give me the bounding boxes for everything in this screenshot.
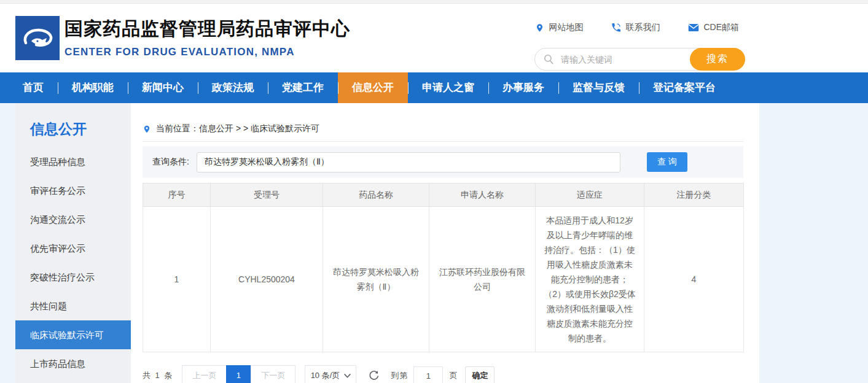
chevron-down-icon (344, 374, 351, 378)
nav-item-home[interactable]: 首页 (9, 72, 58, 103)
main-nav: 首页 机构职能 新闻中心 政策法规 党建工作 信息公开 申请人之窗 办事服务 监… (0, 72, 868, 103)
quick-links: 网站地图 联系我们 CDE邮箱 (535, 22, 739, 33)
sidebar-item-breakthrough-therapy[interactable]: 突破性治疗公示 (15, 263, 131, 292)
table-header-row: 序号 受理号 药品名称 申请人名称 适应症 注册分类 (143, 184, 744, 207)
sidebar-item-priority-review[interactable]: 优先审评公示 (15, 234, 131, 263)
col-header-drug-name: 药品名称 (323, 184, 429, 207)
col-header-registration-class: 注册分类 (644, 184, 744, 207)
site-title-cn: 国家药品监督管理局药品审评中心 (65, 17, 350, 42)
results-table: 序号 受理号 药品名称 申请人名称 适应症 注册分类 1 CYHL2500204 (143, 183, 744, 352)
nav-item-registration[interactable]: 登记备案平台 (639, 72, 730, 103)
page: 国家药品监督管理局药品审评中心 CENTER FOR DRUG EVALUATI… (0, 0, 868, 383)
col-header-indication: 适应症 (536, 184, 644, 207)
query-label: 查询条件: (152, 157, 189, 168)
sitemap-link[interactable]: 网站地图 (535, 22, 583, 33)
location-pin-icon (143, 124, 151, 134)
sidebar-item-clinical-trial-license[interactable]: 临床试验默示许可 (15, 320, 131, 349)
cell-index: 1 (143, 207, 211, 352)
query-button[interactable]: 查 询 (647, 152, 687, 172)
col-header-acceptance-no: 受理号 (211, 184, 323, 207)
sidebar-item-review-tasks[interactable]: 审评任务公示 (15, 176, 131, 205)
sidebar-title: 信息公开 (15, 103, 131, 147)
goto-label: 到第 (391, 370, 408, 381)
content-area: 信息公开 受理品种信息 审评任务公示 沟通交流公示 优先审评公示 突破性治疗公示… (0, 103, 868, 383)
refresh-icon[interactable] (368, 369, 380, 382)
envelope-icon (688, 23, 699, 32)
breadcrumb: 当前位置：信息公开 > > 临床试验默示许可 (143, 117, 743, 142)
nav-item-news[interactable]: 新闻中心 (128, 72, 198, 103)
table-row: 1 CYHL2500204 茚达特罗莫米松吸入粉雾剂（Ⅱ） 江苏联环药业股份有限… (143, 207, 744, 352)
cell-drug-name: 茚达特罗莫米松吸入粉雾剂（Ⅱ） (323, 207, 429, 352)
mailbox-link[interactable]: CDE邮箱 (688, 22, 739, 33)
sidebar-item-communication[interactable]: 沟通交流公示 (15, 205, 131, 234)
site-search: 搜索 (534, 48, 745, 71)
nav-item-applicant[interactable]: 申请人之窗 (408, 72, 488, 103)
page-number-1[interactable]: 1 (226, 365, 251, 383)
content-container: 信息公开 受理品种信息 审评任务公示 沟通交流公示 优先审评公示 突破性治疗公示… (15, 103, 759, 383)
col-header-index: 序号 (143, 184, 211, 207)
contact-label: 联系我们 (625, 22, 660, 33)
nav-item-info-disclosure[interactable]: 信息公开 (338, 72, 408, 103)
mailbox-label: CDE邮箱 (703, 22, 739, 33)
phone-icon (611, 23, 621, 33)
contact-link[interactable]: 联系我们 (611, 22, 660, 33)
query-bar: 查询条件: 查 询 (143, 146, 743, 178)
cde-logo (15, 16, 60, 60)
total-count: 共 1 条 (143, 370, 173, 381)
col-header-applicant: 申请人名称 (429, 184, 536, 207)
sidebar: 信息公开 受理品种信息 审评任务公示 沟通交流公示 优先审评公示 突破性治疗公示… (15, 103, 131, 383)
cell-applicant: 江苏联环药业股份有限公司 (429, 207, 536, 352)
site-title-en: CENTER FOR DRUG EVALUATION, NMPA (65, 46, 350, 58)
nav-item-policy[interactable]: 政策法规 (198, 72, 268, 103)
site-title: 国家药品监督管理局药品审评中心 CENTER FOR DRUG EVALUATI… (65, 17, 350, 58)
location-pin-icon (535, 23, 544, 33)
query-input[interactable] (197, 152, 620, 172)
nav-item-party[interactable]: 党建工作 (268, 72, 338, 103)
sidebar-item-common-issues[interactable]: 共性问题 (15, 292, 131, 320)
page-label: 页 (449, 370, 457, 381)
confirm-button[interactable]: 确定 (465, 366, 495, 383)
cell-registration-class: 4 (644, 207, 744, 352)
main-panel: 当前位置：信息公开 > > 临床试验默示许可 查询条件: 查 询 序号 受理号 (143, 103, 743, 383)
goto-page-input[interactable] (413, 366, 443, 383)
nav-item-org[interactable]: 机构职能 (58, 72, 128, 103)
search-icon (543, 53, 555, 65)
search-button[interactable]: 搜索 (690, 48, 745, 71)
sidebar-item-marketed-drugs[interactable]: 上市药品信息 (15, 349, 131, 378)
next-page-button[interactable]: 下一页 (251, 365, 295, 383)
sidebar-item-accepted-varieties[interactable]: 受理品种信息 (15, 147, 131, 176)
cell-indication: 本品适用于成人和12岁及以上青少年哮喘的维持治疗。包括：（1）使用吸入性糖皮质激… (536, 207, 644, 352)
site-header: 国家药品监督管理局药品审评中心 CENTER FOR DRUG EVALUATI… (0, 4, 868, 72)
page-size-value: 10 条/页 (311, 370, 340, 381)
logo-swirl-icon (15, 16, 60, 60)
pagination: 共 1 条 上一页 1 下一页 10 条/页 (143, 365, 743, 383)
sitemap-label: 网站地图 (549, 22, 583, 33)
prev-page-button[interactable]: 上一页 (182, 365, 227, 383)
cell-acceptance-no: CYHL2500204 (211, 207, 323, 352)
nav-item-services[interactable]: 办事服务 (488, 72, 558, 103)
nav-item-supervision[interactable]: 监督与反馈 (558, 72, 639, 103)
page-size-select[interactable]: 10 条/页 (305, 365, 356, 383)
breadcrumb-text: 当前位置：信息公开 > > 临床试验默示许可 (156, 123, 319, 134)
